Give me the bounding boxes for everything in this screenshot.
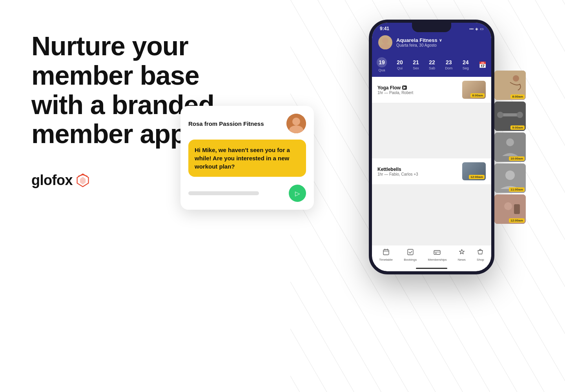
date-item-6[interactable]: 24 Seg [463,59,469,70]
side-image-4: 11:00am [494,163,526,193]
svg-rect-11 [435,253,437,254]
wifi-icon: ◈ [475,27,478,31]
chat-input-placeholder[interactable] [188,191,259,195]
time-badge: 12:00am [469,175,485,179]
video-badge: ▶ [402,85,407,90]
date-number: 23 [446,59,452,65]
chat-popup: Rosa from Passion Fitness Hi Mike, we ha… [180,106,314,210]
phone-shell: 9:41 ▪▪▪ ◈ ▭ Aquarela Fitness [369,20,494,274]
svg-rect-8 [408,249,413,255]
svg-rect-15 [502,113,518,116]
time-badge-2: 9:00am [510,125,525,130]
time-badge: 8:00am [470,93,485,98]
date-item-1[interactable]: 19 Qua [377,57,387,72]
time-badge-5: 12:00am [509,218,525,223]
svg-rect-4 [383,250,389,255]
class-info: Yoga Flow ▶ 1hr — Paola, Robert [377,85,458,95]
date-number: 24 [463,59,469,65]
svg-point-19 [506,138,514,146]
shop-icon [477,249,484,257]
side-image-1: 8:00am [494,71,526,100]
class-info: Kettlebells 1hr — Fabio, Carlos +3 [377,167,458,176]
nav-label-news: News [458,258,466,261]
time-badge-4: 11:00am [509,187,525,192]
club-avatar [378,35,392,49]
memberships-icon [434,249,441,257]
nav-memberships[interactable]: Memberships [428,249,447,261]
news-icon [458,249,465,257]
chat-header: Rosa from Passion Fitness [188,114,306,133]
date-number: 22 [429,59,435,65]
app-header: Aquarela Fitness ∨ Quarta feira, 30 Agos… [372,33,491,54]
class-detail: 1hr — Paola, Robert [377,91,458,95]
class-detail: 1hr — Fabio, Carlos +3 [377,172,458,176]
date-item-2[interactable]: 20 Qui [397,59,403,70]
class-name: Kettlebells [377,167,458,172]
phone-mockup: 9:41 ▪▪▪ ◈ ▭ Aquarela Fitness [369,20,502,294]
calendar-icon[interactable]: 📅 [479,61,487,69]
phone-notch [412,23,451,32]
svg-rect-9 [434,250,440,254]
svg-rect-24 [514,204,520,214]
date-day: Seg [463,66,469,70]
nav-timetable[interactable]: Timetable [379,249,393,261]
svg-point-2 [382,38,388,44]
chevron-icon: ∨ [439,38,442,42]
chat-message-bubble: Hi Mike, we haven't seen you for a while… [188,140,306,177]
send-icon: ▷ [295,190,300,197]
header-info: Aquarela Fitness ∨ Quarta feira, 30 Agos… [396,37,485,47]
chat-input-area: ▷ [188,185,306,202]
logo-text: glofox [31,172,73,189]
chat-send-button[interactable]: ▷ [289,185,306,202]
signal-icon: ▪▪▪ [469,27,474,31]
nav-label-timetable: Timetable [379,258,393,261]
chat-message-text: Hi Mike, we haven't seen you for a while… [195,146,300,171]
time-badge-1: 8:00am [510,94,525,99]
battery-icon: ▭ [480,27,483,31]
class-name: Yoga Flow ▶ [377,85,458,91]
date-day: Sex [413,66,419,70]
home-bar [416,268,447,269]
chat-avatar [286,114,306,133]
chat-sender: Rosa from Passion Fitness [188,120,264,127]
date-number: 19 [377,57,387,67]
side-image-3: 10:00am [494,132,526,162]
date-item-4[interactable]: 22 Sab [429,59,435,70]
side-image-5: 12:00am [494,194,526,224]
svg-point-17 [517,112,523,118]
date-strip: 19 Qua 20 Qui 21 Sex 22 Sab 23 Dom [372,54,491,77]
svg-point-23 [504,202,512,210]
svg-point-13 [513,75,519,82]
date-item-3[interactable]: 21 Sex [413,59,419,70]
date-day: Dom [445,66,452,70]
side-image-2: 9:00am [494,102,526,131]
class-item-kettlebells[interactable]: Kettlebells 1hr — Fabio, Carlos +3 12:00… [372,158,491,184]
schedule-spacer [372,103,491,158]
nav-bookings[interactable]: Bookings [404,249,417,261]
svg-point-16 [497,112,503,118]
nav-news[interactable]: News [458,249,466,261]
club-name: Aquarela Fitness ∨ [396,37,485,43]
glofox-icon [76,173,90,187]
class-item-yoga[interactable]: Yoga Flow ▶ 1hr — Paola, Robert 8:00am [372,77,491,103]
side-class-images: 8:00am 9:00am 10:00am 11:00am [494,71,526,224]
nav-label-memberships: Memberships [428,258,447,261]
nav-label-bookings: Bookings [404,258,417,261]
date-day: Qua [378,68,385,72]
home-indicator [372,266,491,271]
phone-screen: 9:41 ▪▪▪ ◈ ▭ Aquarela Fitness [372,23,491,271]
bottom-nav: Timetable Bookings [372,245,491,266]
date-number: 20 [397,59,403,65]
bookings-icon [407,249,414,257]
date-day: Qui [397,66,403,70]
nav-shop[interactable]: Shop [477,249,484,261]
nav-label-shop: Shop [477,258,484,261]
status-icons: ▪▪▪ ◈ ▭ [469,27,483,31]
date-day: Sab [429,66,435,70]
class-image-kettlebell: 12:00am [462,162,486,180]
svg-point-21 [505,171,515,180]
date-item-5[interactable]: 23 Dom [445,59,452,70]
status-time: 9:41 [380,26,389,31]
class-image-yoga: 8:00am [462,81,486,99]
svg-point-3 [380,44,391,49]
